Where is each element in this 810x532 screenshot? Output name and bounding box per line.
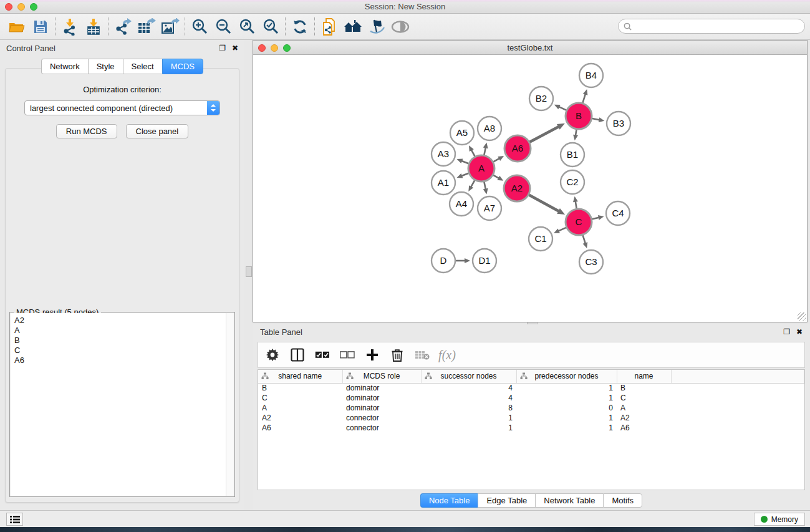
zoom-in-button[interactable]: [188, 16, 211, 37]
network-close-button[interactable]: [258, 44, 266, 52]
close-window-button[interactable]: [5, 3, 12, 11]
edge-C-C1[interactable]: [557, 228, 566, 231]
column-layout-button[interactable]: [288, 345, 307, 365]
edge-A-A4[interactable]: [471, 180, 475, 188]
table-cell[interactable]: connector: [342, 413, 421, 423]
column-header[interactable]: shared name: [258, 370, 342, 383]
result-item[interactable]: A6: [14, 355, 234, 365]
tab-edge-table[interactable]: Edge Table: [478, 493, 535, 508]
table-settings-button[interactable]: [263, 345, 282, 365]
result-item[interactable]: A: [14, 326, 234, 336]
table-cell[interactable]: A6: [617, 423, 671, 433]
network-minimize-button[interactable]: [271, 44, 278, 52]
table-cell[interactable]: dominator: [342, 383, 421, 393]
table-row[interactable]: A2connector11A2: [258, 413, 804, 423]
result-item[interactable]: A2: [14, 316, 234, 326]
tab-select[interactable]: Select: [123, 59, 162, 74]
table-cell[interactable]: dominator: [342, 403, 421, 413]
import-table-button[interactable]: [82, 16, 105, 37]
table-row[interactable]: A6connector11A6: [258, 423, 804, 433]
table-cell[interactable]: A2: [258, 413, 342, 423]
table-cell[interactable]: 4: [421, 393, 516, 403]
close-panel-icon[interactable]: ✖: [232, 44, 238, 52]
show-graphics-details-button[interactable]: [388, 16, 412, 37]
import-network-button[interactable]: [58, 16, 82, 37]
table-cell[interactable]: 1: [516, 413, 617, 423]
network-zoom-button[interactable]: [283, 44, 291, 52]
search-field[interactable]: [618, 19, 805, 34]
column-header[interactable]: MCDS role: [342, 370, 421, 383]
table-cell[interactable]: A: [258, 403, 342, 413]
network-window-titlebar[interactable]: testGlobe.txt: [253, 41, 807, 55]
result-item[interactable]: C: [14, 346, 234, 355]
edge-A2-C[interactable]: [529, 195, 559, 212]
delete-table-button[interactable]: [413, 345, 432, 365]
table-cell[interactable]: 8: [421, 403, 516, 413]
tab-network-table[interactable]: Network Table: [535, 493, 603, 508]
search-input[interactable]: [635, 22, 799, 31]
select-all-columns-button[interactable]: [313, 345, 332, 365]
edge-C-C3[interactable]: [583, 235, 586, 244]
first-neighbors-button[interactable]: [341, 16, 365, 37]
result-item[interactable]: B: [14, 336, 234, 346]
table-cell[interactable]: dominator: [342, 393, 421, 403]
column-header[interactable]: successor nodes: [421, 370, 516, 383]
export-table-button[interactable]: [135, 16, 158, 37]
table-cell[interactable]: 1: [516, 383, 617, 393]
network-graph[interactable]: B4B2BB3A5A8A6A3B1AC2A1A2A4A7C4CC1C3DD1: [253, 55, 807, 322]
tab-mcds[interactable]: MCDS: [162, 59, 203, 74]
add-column-button[interactable]: [363, 345, 382, 365]
mcds-result-list[interactable]: A2ABCA6: [11, 313, 234, 496]
zoom-out-button[interactable]: [211, 16, 235, 37]
resize-grip[interactable]: [798, 312, 806, 321]
edge-B-B2[interactable]: [558, 107, 566, 110]
open-session-button[interactable]: [5, 16, 29, 37]
tab-motifs[interactable]: Motifs: [603, 493, 642, 508]
criterion-select[interactable]: largest connected component (directed): [24, 100, 220, 115]
table-cell[interactable]: A: [617, 403, 671, 413]
tab-style[interactable]: Style: [88, 59, 123, 74]
table-cell[interactable]: B: [617, 383, 671, 393]
table-row[interactable]: Cdominator41C: [258, 393, 804, 403]
network-canvas[interactable]: B4B2BB3A5A8A6A3B1AC2A1A2A4A7C4CC1C3DD1: [253, 55, 807, 322]
export-network-button[interactable]: [111, 16, 135, 37]
float-table-panel-icon[interactable]: ❐: [783, 328, 790, 336]
column-header[interactable]: predecessor nodes: [516, 370, 617, 383]
table-cell[interactable]: B: [258, 383, 342, 393]
delete-column-button[interactable]: [388, 345, 407, 365]
refresh-button[interactable]: [288, 16, 312, 37]
tab-node-table[interactable]: Node Table: [420, 493, 478, 508]
tab-network[interactable]: Network: [41, 59, 88, 74]
column-header[interactable]: name: [617, 370, 671, 383]
zoom-window-button[interactable]: [30, 3, 37, 11]
table-cell[interactable]: 1: [421, 423, 516, 433]
table-cell[interactable]: 4: [421, 383, 516, 393]
save-session-button[interactable]: [29, 16, 52, 37]
zoom-fit-button[interactable]: [235, 16, 259, 37]
edge-A6-B[interactable]: [529, 126, 559, 142]
hide-details-button[interactable]: [365, 16, 388, 37]
table-cell[interactable]: connector: [342, 423, 421, 433]
export-image-button[interactable]: [158, 16, 182, 37]
vertical-split-handle[interactable]: [246, 266, 252, 277]
close-panel-button[interactable]: Close panel: [126, 124, 189, 138]
float-panel-icon[interactable]: ❐: [219, 44, 226, 52]
task-history-button[interactable]: [6, 513, 23, 526]
table-cell[interactable]: A2: [617, 413, 671, 423]
result-scrollbar[interactable]: [226, 313, 234, 496]
deselect-all-columns-button[interactable]: [338, 345, 357, 365]
table-cell[interactable]: 1: [516, 393, 617, 403]
table-cell[interactable]: 0: [516, 403, 617, 413]
clone-network-button[interactable]: [317, 16, 341, 37]
table-row[interactable]: Adominator80A: [258, 403, 804, 413]
table-cell[interactable]: C: [258, 393, 342, 403]
memory-button[interactable]: Memory: [754, 513, 805, 526]
zoom-selected-button[interactable]: [259, 16, 282, 37]
table-cell[interactable]: A6: [258, 423, 342, 433]
edge-B-B4[interactable]: [582, 94, 586, 103]
table-cell[interactable]: C: [617, 393, 671, 403]
minimize-window-button[interactable]: [17, 3, 25, 11]
node-table[interactable]: shared nameMCDS rolesuccessor nodesprede…: [258, 369, 805, 490]
table-cell[interactable]: 1: [516, 423, 617, 433]
table-row[interactable]: Bdominator41B: [258, 383, 804, 393]
